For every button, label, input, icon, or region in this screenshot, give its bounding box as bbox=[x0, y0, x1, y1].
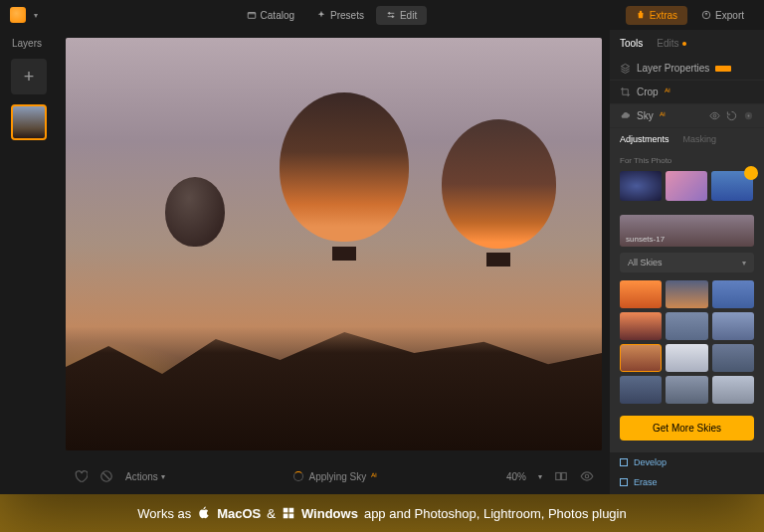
sparkle-icon bbox=[316, 10, 326, 20]
layers-panel: Layers + bbox=[0, 30, 58, 494]
sky-thumb[interactable] bbox=[620, 280, 662, 308]
sky-thumb[interactable] bbox=[620, 376, 662, 404]
ai-badge: ᴬᴵ bbox=[665, 87, 670, 97]
sky-thumb[interactable] bbox=[712, 344, 754, 372]
status-text: Applying Sky bbox=[308, 471, 366, 482]
export-button[interactable]: Export bbox=[691, 6, 754, 25]
menu-icon[interactable] bbox=[743, 110, 754, 121]
svg-rect-14 bbox=[289, 514, 294, 519]
get-more-skies-button[interactable]: Get More Skies bbox=[620, 416, 754, 441]
compare-icon[interactable] bbox=[554, 469, 568, 483]
image-canvas[interactable] bbox=[66, 38, 602, 450]
catalog-label: Catalog bbox=[261, 10, 294, 21]
sky-thumb[interactable] bbox=[712, 312, 754, 340]
sky-thumb[interactable] bbox=[666, 376, 707, 404]
caption-macos: MacOS bbox=[217, 506, 261, 521]
sky-thumb[interactable] bbox=[666, 280, 707, 308]
sky-thumb[interactable] bbox=[712, 376, 754, 404]
extras-label: Extras bbox=[650, 10, 677, 21]
new-badge-icon bbox=[715, 66, 731, 72]
view-switcher: Catalog Presets Edit bbox=[237, 6, 428, 25]
develop-tool[interactable]: Develop bbox=[610, 452, 764, 472]
balloon-3 bbox=[442, 119, 556, 249]
caption-bar: Works as MacOS & Windows app and Photosh… bbox=[0, 494, 764, 532]
svg-point-10 bbox=[748, 115, 750, 117]
reset-icon[interactable] bbox=[726, 110, 737, 121]
chevron-down-icon: ▾ bbox=[742, 259, 746, 267]
reject-icon[interactable] bbox=[99, 469, 113, 483]
folder-icon bbox=[247, 10, 257, 20]
for-this-photo-label: For This Photo bbox=[610, 150, 764, 168]
svg-point-2 bbox=[392, 16, 394, 18]
ai-badge: ᴬᴵ bbox=[660, 110, 666, 121]
ai-badge: ᴬᴵ bbox=[371, 471, 377, 482]
edits-dot-icon bbox=[682, 42, 686, 46]
caption-windows: Windows bbox=[301, 506, 358, 521]
eye-icon[interactable] bbox=[709, 110, 720, 121]
actions-dropdown[interactable]: Actions▾ bbox=[125, 471, 165, 482]
dropdown-caret-icon[interactable]: ▾ bbox=[34, 11, 38, 20]
tab-tools[interactable]: Tools bbox=[620, 38, 643, 49]
cloud-icon bbox=[620, 110, 631, 121]
sky-category-dropdown[interactable]: All Skies ▾ bbox=[620, 253, 754, 272]
sub-tab-masking[interactable]: Masking bbox=[683, 134, 717, 144]
premium-badge-icon bbox=[744, 166, 758, 180]
bag-icon bbox=[636, 10, 646, 20]
suggestion-thumb-2[interactable] bbox=[666, 171, 707, 201]
app-logo-icon[interactable] bbox=[10, 7, 26, 23]
sky-thumb-selected[interactable] bbox=[620, 344, 662, 372]
bottom-toolbar: Actions▾ Applying Sky ᴬᴵ 40%▾ bbox=[58, 458, 610, 494]
sky-thumb[interactable] bbox=[666, 344, 707, 372]
sky-thumb[interactable] bbox=[666, 312, 707, 340]
favorite-icon[interactable] bbox=[74, 469, 88, 483]
zoom-level[interactable]: 40% bbox=[506, 471, 526, 482]
svg-rect-5 bbox=[556, 473, 561, 480]
svg-rect-11 bbox=[284, 508, 288, 513]
catalog-button[interactable]: Catalog bbox=[237, 6, 304, 25]
caption-suffix: app and Photoshop, Lightroom, Photos plu… bbox=[364, 506, 627, 521]
crop-icon bbox=[620, 87, 631, 97]
svg-point-7 bbox=[585, 474, 589, 478]
svg-rect-12 bbox=[289, 508, 294, 513]
sky-grid bbox=[610, 276, 764, 408]
sky-thumb[interactable] bbox=[712, 280, 754, 308]
sub-tab-adjustments[interactable]: Adjustments bbox=[620, 134, 669, 144]
menubar: ▾ Catalog Presets Edit Extras bbox=[0, 0, 764, 30]
balloon-1 bbox=[165, 177, 225, 247]
current-sky-preset[interactable]: sunsets-17 bbox=[620, 215, 754, 247]
crop-row[interactable]: Crop ᴬᴵ bbox=[610, 81, 764, 104]
preview-icon[interactable] bbox=[580, 469, 594, 483]
status-indicator: Applying Sky ᴬᴵ bbox=[293, 471, 377, 482]
tab-edits[interactable]: Edits bbox=[657, 38, 685, 49]
layers-title: Layers bbox=[8, 38, 42, 49]
presets-label: Presets bbox=[330, 10, 364, 21]
balloon-2 bbox=[280, 92, 409, 242]
spinner-icon bbox=[293, 471, 303, 481]
svg-point-1 bbox=[388, 13, 390, 15]
canvas-area: Actions▾ Applying Sky ᴬᴵ 40%▾ bbox=[58, 30, 610, 494]
apple-icon bbox=[197, 506, 211, 520]
tools-panel: Tools Edits Layer Properties Crop ᴬᴵ Sky… bbox=[610, 30, 764, 494]
sky-thumb[interactable] bbox=[620, 312, 662, 340]
export-icon bbox=[701, 10, 711, 20]
windows-icon bbox=[282, 506, 295, 520]
mountains bbox=[66, 311, 602, 450]
add-layer-button[interactable]: + bbox=[11, 59, 47, 94]
sliders-icon bbox=[386, 10, 396, 20]
svg-point-8 bbox=[713, 114, 716, 117]
app-window: ▾ Catalog Presets Edit Extras bbox=[0, 0, 764, 494]
basket-2 bbox=[332, 247, 356, 261]
erase-icon bbox=[620, 478, 628, 486]
layer-thumbnail[interactable] bbox=[11, 104, 47, 140]
caption-amp: & bbox=[267, 506, 276, 521]
sky-row[interactable]: Sky ᴬᴵ bbox=[610, 104, 764, 128]
edit-button[interactable]: Edit bbox=[376, 6, 427, 25]
suggestion-thumb-1[interactable] bbox=[620, 171, 662, 201]
export-label: Export bbox=[715, 10, 744, 21]
presets-button[interactable]: Presets bbox=[306, 6, 374, 25]
erase-tool[interactable]: Erase bbox=[610, 472, 764, 492]
layers-icon bbox=[620, 63, 631, 74]
extras-button[interactable]: Extras bbox=[626, 6, 687, 25]
edit-label: Edit bbox=[400, 10, 417, 21]
layer-properties-row[interactable]: Layer Properties bbox=[610, 57, 764, 81]
